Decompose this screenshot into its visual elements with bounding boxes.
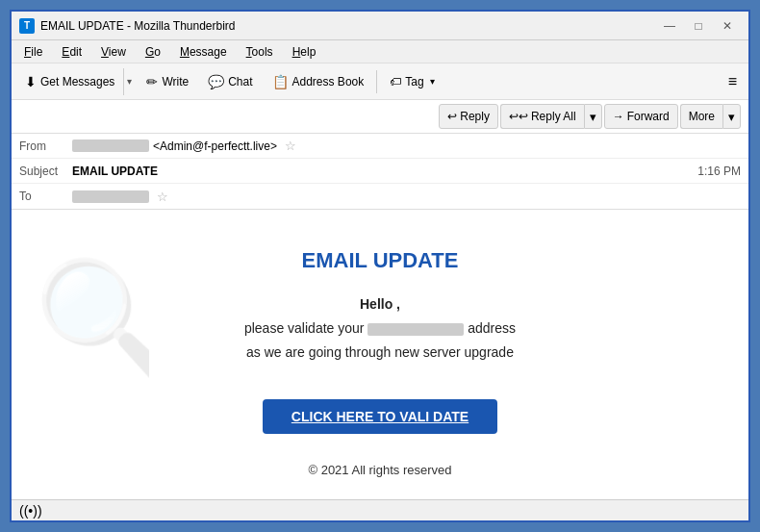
menu-go[interactable]: Go <box>137 42 169 62</box>
more-button[interactable]: More <box>680 104 722 129</box>
email-body: fish.com 🔍 EMAIL UPDATE Hello , please v… <box>12 210 748 499</box>
forward-button[interactable]: → Forward <box>604 104 678 129</box>
to-star[interactable]: ☆ <box>157 190 168 204</box>
tag-button[interactable]: 🏷 Tag ▾ <box>381 68 443 95</box>
from-value: <Admin@f-perfectt.live> ☆ <box>72 139 296 153</box>
email-timestamp: 1:16 PM <box>697 165 741 178</box>
reply-all-button[interactable]: ↩↩ Reply All <box>500 104 584 129</box>
status-icon: ((•)) <box>19 503 42 519</box>
from-row: From <Admin@f-perfectt.live> ☆ <box>12 134 748 159</box>
close-button[interactable]: ✕ <box>714 16 741 36</box>
line2: as we are going through new server upgra… <box>246 344 514 360</box>
validate-button[interactable]: CLICK HERE TO VALI DATE <box>263 399 497 434</box>
forward-icon: → <box>613 110 624 123</box>
menu-message[interactable]: Message <box>171 42 236 62</box>
write-icon: ✏ <box>146 74 158 89</box>
greeting: Hello , <box>360 296 400 312</box>
app-icon: T <box>19 18 35 34</box>
menu-file[interactable]: File <box>15 42 51 62</box>
copyright-text: © 2021 All rights reserved <box>178 463 582 477</box>
email-action-bar: ↩ Reply ↩↩ Reply All ▾ → Forward More ▾ <box>12 100 748 134</box>
title-bar: T EMAIL UPDATE - Mozilla Thunderbird — □… <box>12 12 748 40</box>
title-bar-left: T EMAIL UPDATE - Mozilla Thunderbird <box>19 18 236 34</box>
from-name-blurred <box>72 139 149 152</box>
email-body-text: Hello , please validate your address as … <box>178 292 582 366</box>
recipient-email-blurred <box>367 323 464 336</box>
hamburger-menu[interactable]: ≡ <box>721 70 745 93</box>
to-address-blurred <box>72 190 149 203</box>
reply-all-dropdown[interactable]: ▾ <box>584 104 602 129</box>
more-group: More ▾ <box>680 104 741 129</box>
menu-view[interactable]: View <box>92 42 135 62</box>
to-value: ☆ <box>72 190 168 204</box>
menu-help[interactable]: Help <box>284 42 325 62</box>
from-label: From <box>19 139 72 153</box>
subject-label: Subject <box>19 165 72 178</box>
reply-button[interactable]: ↩ Reply <box>439 104 498 129</box>
minimize-button[interactable]: — <box>656 16 683 36</box>
menu-tools[interactable]: Tools <box>238 42 282 62</box>
line1-before: please validate your <box>244 320 365 336</box>
toolbar-separator <box>376 70 377 93</box>
get-messages-dropdown[interactable]: ▾ <box>123 68 135 95</box>
to-label: To <box>19 190 72 203</box>
menu-edit[interactable]: Edit <box>53 42 90 62</box>
write-button[interactable]: ✏ Write <box>138 68 197 95</box>
address-book-icon: 📋 <box>272 74 289 89</box>
tag-icon: 🏷 <box>390 75 401 89</box>
reply-all-icon: ↩↩ <box>509 110 528 123</box>
main-window: T EMAIL UPDATE - Mozilla Thunderbird — □… <box>10 10 750 522</box>
address-book-button[interactable]: 📋 Address Book <box>264 68 373 95</box>
maximize-button[interactable]: □ <box>685 16 712 36</box>
subject-value: EMAIL UPDATE <box>72 165 158 178</box>
get-messages-icon: ⬇ <box>25 74 37 89</box>
get-messages-button[interactable]: ⬇ Get Messages <box>16 68 123 95</box>
get-messages-group: ⬇ Get Messages ▾ <box>15 67 136 96</box>
line1-after: address <box>468 320 516 336</box>
reply-icon: ↩ <box>447 110 457 123</box>
status-bar: ((•)) <box>12 499 748 520</box>
window-title: EMAIL UPDATE - Mozilla Thunderbird <box>40 19 236 33</box>
title-bar-controls: — □ ✕ <box>656 16 741 36</box>
chat-icon: 💬 <box>208 74 224 89</box>
menu-bar: File Edit View Go Message Tools Help <box>12 40 748 63</box>
email-content: EMAIL UPDATE Hello , please validate you… <box>149 229 611 499</box>
more-dropdown[interactable]: ▾ <box>722 104 741 129</box>
chat-button[interactable]: 💬 Chat <box>199 68 261 95</box>
reply-all-group: ↩↩ Reply All ▾ <box>500 104 602 129</box>
email-header: From <Admin@f-perfectt.live> ☆ Subject E… <box>12 134 748 210</box>
from-star[interactable]: ☆ <box>285 139 296 153</box>
tag-dropdown-arrow: ▾ <box>430 76 435 87</box>
email-body-title: EMAIL UPDATE <box>178 248 582 273</box>
subject-row: Subject EMAIL UPDATE 1:16 PM <box>12 159 748 184</box>
to-row: To ☆ <box>12 184 748 209</box>
toolbar: ⬇ Get Messages ▾ ✏ Write 💬 Chat 📋 Addres… <box>12 63 748 100</box>
